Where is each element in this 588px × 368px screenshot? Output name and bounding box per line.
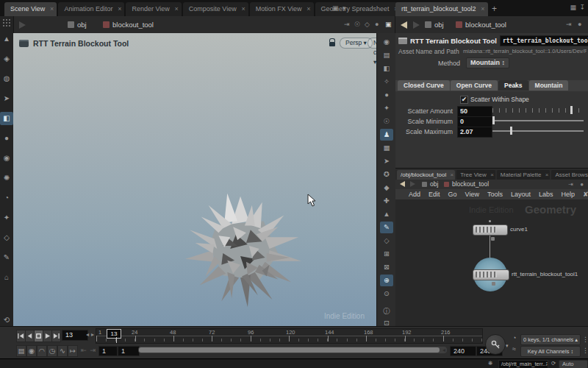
add-tab-button[interactable]: + <box>490 2 500 16</box>
frame-dec-button[interactable]: ◂ <box>86 331 89 338</box>
grid-display-icon[interactable]: ⊞ <box>380 248 393 260</box>
keys-menu-dots[interactable]: ⋮ <box>582 336 588 343</box>
headlight-icon[interactable]: ✧ <box>380 76 393 88</box>
tab-render-view[interactable]: Render View× <box>126 2 181 16</box>
scatter-tool-icon[interactable]: ◍ <box>0 72 13 85</box>
scale-tool-icon[interactable]: ✺ <box>0 171 13 185</box>
close-icon[interactable]: × <box>50 2 54 16</box>
timeline-scrollbar[interactable]: ◂ <box>138 347 447 353</box>
key-all-channels-dropdown[interactable]: Key All Channels ↕ <box>520 346 581 357</box>
tab-animation-editor[interactable]: Animation Editor× <box>58 2 124 16</box>
terrain-blockout-mesh[interactable] <box>176 191 307 309</box>
snapshot-icon[interactable]: ▤ <box>380 49 393 61</box>
lock-camera-icon[interactable]: ◧ <box>380 63 393 74</box>
recook-icon[interactable]: ⟳ <box>551 360 556 367</box>
move-tool-icon[interactable]: ● <box>0 132 13 145</box>
autokey-icon[interactable]: ◔ <box>512 334 516 342</box>
pane-collapse-icon[interactable]: ↧ <box>579 4 585 11</box>
tab-asset-browser[interactable]: Asset Browser× <box>551 170 588 180</box>
pane-menu-icon[interactable]: ▾ <box>343 4 346 12</box>
tab-material-palette[interactable]: Material Palette× <box>497 170 551 180</box>
folder-tab-peaks[interactable]: Peaks <box>498 80 528 91</box>
menu-help[interactable]: Help <box>561 191 575 198</box>
scale-maximum-slider[interactable] <box>492 127 584 135</box>
edit-tool-icon[interactable]: ✎ <box>0 251 13 264</box>
tab-scene-view[interactable]: Scene View× <box>4 2 57 16</box>
arc-icon[interactable]: ◠ <box>37 345 47 357</box>
update-node-path-field[interactable]: /obj/rtt_main_terr... <box>498 360 548 368</box>
shading-sphere-icon[interactable]: ● <box>380 89 393 101</box>
tab-tree-view[interactable]: Tree View× <box>456 170 495 180</box>
folder-tab-open-curve[interactable]: Open Curve <box>451 80 498 91</box>
set-key-button[interactable] <box>485 334 506 355</box>
folder-tab-mountain[interactable]: Mountain <box>529 80 569 91</box>
close-icon[interactable]: × <box>175 2 179 16</box>
wrench-icon[interactable]: ✘ <box>583 191 588 198</box>
breadcrumb-obj[interactable]: obj <box>422 180 438 189</box>
motion-curve-icon[interactable]: ∿ <box>57 345 68 357</box>
scatter-amount-field[interactable]: 50 <box>457 106 492 117</box>
radial-menu-icon[interactable]: ● <box>580 181 584 188</box>
menu-edit[interactable]: Edit <box>429 191 440 198</box>
tab-geometry-spreadsheet[interactable]: Geometry Spreadsheet× <box>315 2 401 16</box>
terrain-tool-icon[interactable]: ▲ <box>0 32 13 46</box>
range-start-display-field[interactable]: 1 <box>118 346 140 356</box>
path-spinner[interactable]: ↕ <box>545 360 548 367</box>
tab-motion-fx-view[interactable]: Motion FX View× <box>250 2 314 16</box>
go-to-end-button[interactable] <box>51 330 61 342</box>
toolbar-grip[interactable] <box>3 19 10 26</box>
tab-obj-blockout-tool[interactable]: /obj/blockout_tool× <box>397 170 455 180</box>
breadcrumb-obj[interactable]: obj <box>68 19 87 30</box>
menu-tools[interactable]: Tools <box>487 191 503 198</box>
menu-labs[interactable]: Labs <box>539 191 553 198</box>
keyall-menu-dots[interactable]: ⋮ <box>582 347 588 354</box>
node-name-field[interactable]: rtt_terrain_blockout_tool1 <box>500 35 588 46</box>
cube-icon[interactable]: ◇ <box>365 21 370 28</box>
key-menu-arrow[interactable]: ▾ <box>506 343 509 349</box>
close-icon[interactable]: × <box>306 2 310 16</box>
star-display-icon[interactable]: ✪ <box>380 169 393 180</box>
scale-maximum-field[interactable]: 2.07 <box>457 127 492 138</box>
sphere-icon[interactable]: ● <box>375 21 379 28</box>
globe-icon[interactable]: ☉ <box>354 21 360 28</box>
close-icon[interactable]: × <box>118 2 121 16</box>
scale-minimum-slider[interactable] <box>492 116 584 124</box>
breadcrumb-obj[interactable]: obj <box>425 19 444 30</box>
pan-hand-icon[interactable]: ➤ <box>380 155 393 167</box>
breadcrumb-node[interactable]: blockout_tool <box>456 19 506 30</box>
close-icon[interactable]: × <box>490 170 494 180</box>
info-icon[interactable]: ⓘ <box>380 305 393 317</box>
current-frame-marker[interactable]: 13 <box>107 329 121 339</box>
audio-icon[interactable]: ◉ <box>26 345 37 357</box>
snapshot-icon[interactable]: ▣ <box>385 21 392 28</box>
pin-icon[interactable]: ⇥ <box>344 21 350 28</box>
background-image-icon[interactable]: ▦ <box>380 142 393 154</box>
pin-icon[interactable]: ⇥ <box>568 181 573 188</box>
scatter-points-icon[interactable]: ⊕ <box>380 275 393 286</box>
scatter-within-shape-checkbox[interactable]: ✔ <box>460 96 468 104</box>
home-tool-icon[interactable]: ⌂ <box>0 271 13 284</box>
prims-display-icon[interactable]: ◇ <box>380 235 393 247</box>
realtime-clock-icon[interactable]: ◷ <box>47 345 57 357</box>
normals-icon[interactable]: ▲ <box>380 208 393 220</box>
pane-grid-icon[interactable]: ▦ <box>570 4 576 11</box>
scatter-amount-slider[interactable] <box>492 106 584 114</box>
pin-icon[interactable]: ⇥ <box>566 21 572 28</box>
node-rtt-terrain-blockout-tool1[interactable] <box>473 269 509 280</box>
tab-composite-view[interactable]: Composite View× <box>183 2 248 16</box>
menu-layout[interactable]: Layout <box>511 191 531 198</box>
character-display-icon[interactable]: ♟ <box>380 129 393 141</box>
forward-button[interactable] <box>413 21 420 29</box>
menu-view[interactable]: View <box>465 191 479 198</box>
next-key-icon[interactable]: ⇥ <box>88 345 97 355</box>
add-geo-icon[interactable]: ✚ <box>380 195 393 207</box>
auto-update-dropdown[interactable]: Auto Update ↕ <box>559 360 588 368</box>
keys-info-dropdown[interactable]: 0 keys, 1/1 channels ▴ <box>520 334 581 345</box>
back-button[interactable] <box>401 21 407 29</box>
camera-lock-icon[interactable] <box>327 38 337 47</box>
scale-minimum-field[interactable]: 0 <box>457 116 492 127</box>
radial-menu-icon[interactable]: ● <box>578 21 581 28</box>
lighting-icon[interactable]: ✦ <box>380 102 393 114</box>
forward-button[interactable] <box>19 21 26 29</box>
pivot-icon[interactable]: ⊙ <box>380 288 393 300</box>
